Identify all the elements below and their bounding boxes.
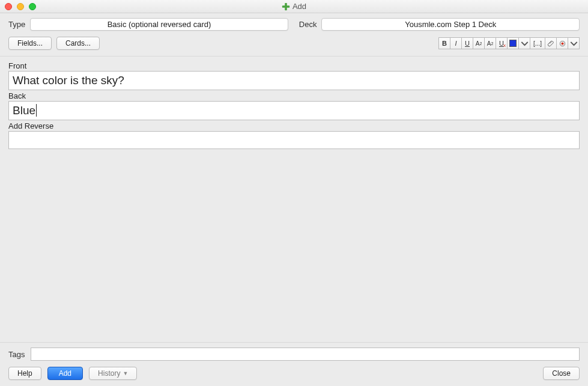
format-toolbar: B I U A2 A2 Ux [...] xyxy=(438,37,580,49)
toolbar-left: Fields... Cards... xyxy=(8,37,100,50)
record-audio-button[interactable] xyxy=(556,37,568,49)
deck-value: Yousmle.com Step 1 Deck xyxy=(405,20,496,29)
deck-label: Deck xyxy=(299,20,317,29)
bottom-buttons: Help Add History▼ Close xyxy=(8,367,580,380)
bold-button[interactable]: B xyxy=(438,37,450,49)
close-button[interactable]: Close xyxy=(543,367,580,380)
add-reverse-input[interactable] xyxy=(8,131,580,149)
add-icon xyxy=(282,2,290,11)
cards-button[interactable]: Cards... xyxy=(56,37,100,50)
minimize-window-button[interactable] xyxy=(17,3,24,10)
cloze-button[interactable]: [...] xyxy=(530,37,545,49)
italic-button[interactable]: I xyxy=(450,37,462,49)
maximize-window-button[interactable] xyxy=(29,3,36,10)
add-reverse-label: Add Reverse xyxy=(8,121,580,130)
chevron-down-icon xyxy=(570,40,578,47)
fields-area: Front What color is the sky? Back Blue A… xyxy=(0,57,588,149)
svg-point-3 xyxy=(561,42,563,44)
front-input[interactable]: What color is the sky? xyxy=(8,71,580,90)
add-button[interactable]: Add xyxy=(47,367,83,380)
color-picker-button[interactable] xyxy=(518,37,530,49)
back-input[interactable]: Blue xyxy=(8,101,580,120)
chevron-down-icon: ▼ xyxy=(123,370,128,376)
tags-row: Tags xyxy=(8,348,580,361)
fields-button[interactable]: Fields... xyxy=(8,37,52,50)
paperclip-icon xyxy=(547,40,555,47)
type-value: Basic (optional reversed card) xyxy=(108,20,211,29)
titlebar: Add xyxy=(0,0,588,13)
type-label: Type xyxy=(8,20,25,29)
deck-selector[interactable]: Yousmle.com Step 1 Deck xyxy=(321,18,580,31)
subscript-button[interactable]: A2 xyxy=(484,37,496,49)
chevron-down-icon xyxy=(521,40,529,47)
front-label: Front xyxy=(8,61,580,70)
color-swatch-icon xyxy=(509,40,517,47)
text-color-button[interactable] xyxy=(507,37,519,49)
back-label: Back xyxy=(8,91,580,100)
type-deck-row: Type Basic (optional reversed card) Deck… xyxy=(0,13,588,34)
traffic-lights xyxy=(5,3,36,10)
window-title-text: Add xyxy=(292,2,306,11)
tags-input[interactable] xyxy=(31,348,580,361)
help-button[interactable]: Help xyxy=(8,367,41,380)
superscript-button[interactable]: A2 xyxy=(473,37,485,49)
record-icon xyxy=(559,40,566,47)
tags-label: Tags xyxy=(8,350,25,359)
clear-format-button[interactable]: Ux xyxy=(496,37,508,49)
attach-button[interactable] xyxy=(545,37,557,49)
bottom-bar: Tags Help Add History▼ Close xyxy=(0,342,588,386)
svg-rect-1 xyxy=(282,5,289,8)
history-button[interactable]: History▼ xyxy=(89,367,137,380)
underline-button[interactable]: U xyxy=(461,37,473,49)
more-options-button[interactable] xyxy=(568,37,580,49)
toolbar-row: Fields... Cards... B I U A2 A2 Ux [...] xyxy=(0,34,588,57)
close-window-button[interactable] xyxy=(5,3,12,10)
type-selector[interactable]: Basic (optional reversed card) xyxy=(30,18,288,31)
window-title: Add xyxy=(282,2,306,11)
